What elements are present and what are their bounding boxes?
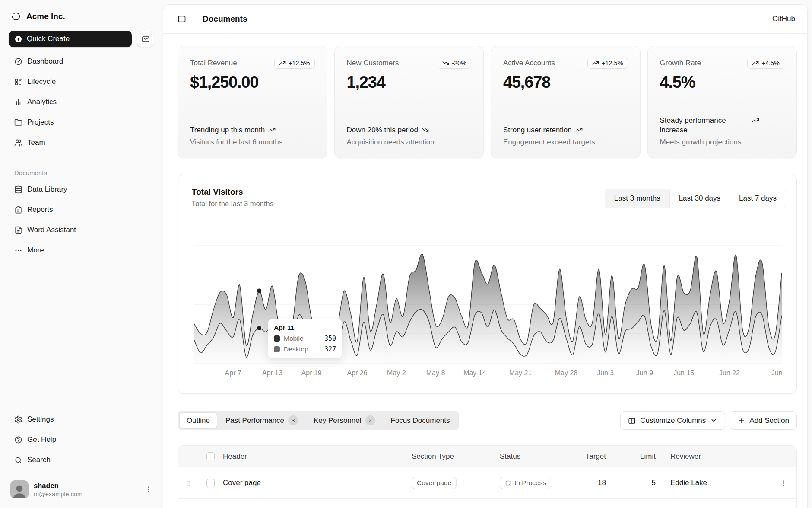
- brand[interactable]: Acme Inc.: [0, 8, 163, 25]
- tab-focus-documents[interactable]: Focus Documents: [384, 412, 457, 428]
- trending-up-icon: [268, 126, 276, 134]
- inbox-button[interactable]: [137, 31, 154, 47]
- main-panel: Documents GitHub Total Revenue +12.5% $1…: [163, 4, 808, 508]
- brand-name: Acme Inc.: [26, 12, 65, 21]
- sidebar-item-label: Data Library: [27, 185, 67, 194]
- database-icon: [14, 185, 22, 194]
- sidebar-item-word-assistant[interactable]: Word Assistant: [9, 221, 154, 239]
- sidebar-item-settings[interactable]: Settings: [9, 411, 154, 428]
- stat-footer-desc: Meets growth projections: [660, 138, 785, 147]
- chevron-down-icon: [710, 417, 717, 424]
- cell-reviewer[interactable]: Eddie Lake: [670, 479, 771, 487]
- sections-table: Header Section Type Status Target Limit …: [178, 445, 797, 508]
- sidebar-item-reports[interactable]: Reports: [9, 201, 154, 218]
- sidebar-item-label: Analytics: [27, 98, 57, 106]
- sidebar-item-lifecycle[interactable]: Lifecycle: [9, 73, 154, 90]
- sidebar-item-get-help[interactable]: Get Help: [9, 431, 154, 448]
- user-name: shadcn: [34, 482, 82, 490]
- sidebar-item-label: Search: [27, 456, 51, 464]
- loader-icon: [505, 480, 511, 486]
- row-checkbox[interactable]: [206, 479, 215, 487]
- trend-badge: +12.5%: [587, 58, 628, 69]
- sidebar-item-search[interactable]: Search: [9, 451, 154, 469]
- github-link[interactable]: GitHub: [772, 15, 795, 23]
- sidebar-item-data-library[interactable]: Data Library: [9, 181, 154, 198]
- sidebar-item-label: More: [27, 246, 44, 255]
- columns-icon: [628, 417, 636, 425]
- sidebar-item-label: Settings: [27, 415, 54, 424]
- vertical-dots-icon[interactable]: [145, 486, 152, 493]
- sidebar-item-dashboard[interactable]: Dashboard: [9, 53, 154, 70]
- svg-text:Jun 3: Jun 3: [597, 369, 614, 377]
- stat-value: 45,678: [503, 73, 628, 92]
- svg-text:Apr 7: Apr 7: [225, 369, 241, 377]
- cell-target[interactable]: 18: [580, 479, 621, 487]
- stat-label: New Customers: [347, 58, 399, 67]
- svg-text:Jun 15: Jun 15: [673, 369, 694, 377]
- stat-card-total-revenue: Total Revenue +12.5% $1,250.00 Trending …: [178, 46, 327, 158]
- row-menu-button[interactable]: [771, 479, 796, 487]
- svg-text:Apr 19: Apr 19: [301, 369, 322, 377]
- quick-create-button[interactable]: Quick Create: [9, 31, 132, 47]
- add-section-button[interactable]: Add Section: [730, 411, 797, 430]
- sidebar-toggle-button[interactable]: [174, 12, 189, 26]
- select-all-checkbox[interactable]: [206, 452, 215, 460]
- search-icon: [14, 456, 22, 464]
- tab-last-30-days[interactable]: Last 30 days: [669, 189, 730, 208]
- stat-footer-title: Strong user retention: [503, 125, 628, 135]
- sidebar-item-more[interactable]: More: [9, 242, 154, 259]
- stat-value: 1,234: [347, 73, 472, 92]
- section-type-badge: Cover page: [412, 477, 457, 489]
- svg-text:May 14: May 14: [463, 369, 486, 377]
- avatar: [10, 480, 29, 498]
- table-row: Cover page Cover page In Process 18 5 Ed…: [178, 467, 796, 499]
- trending-up-icon: [752, 60, 759, 67]
- col-section-type: Section Type: [412, 452, 500, 461]
- cell-header: Cover page: [223, 479, 412, 487]
- col-target: Target: [580, 452, 621, 461]
- chart-range-tabs: Last 3 months Last 30 days Last 7 days: [605, 189, 786, 208]
- vertical-dots-icon: [780, 479, 787, 487]
- stat-card-new-customers: New Customers -20% 1,234 Down 20% this p…: [334, 46, 484, 158]
- visitors-chart-card: Total Visitors Total for the last 3 mont…: [178, 174, 797, 394]
- drag-handle[interactable]: [178, 479, 198, 487]
- folder-icon: [14, 118, 22, 127]
- grip-vertical-icon: [184, 479, 192, 487]
- cell-limit[interactable]: 5: [621, 479, 670, 487]
- svg-text:Apr 13: Apr 13: [262, 369, 282, 377]
- trending-down-icon: [422, 126, 429, 134]
- sidebar-item-projects[interactable]: Projects: [9, 114, 154, 131]
- user-email: m@example.com: [34, 491, 82, 498]
- user-menu-trigger[interactable]: shadcn m@example.com: [6, 477, 157, 502]
- sidebar-item-label: Projects: [27, 118, 54, 127]
- stat-footer-title: Steady performance increase: [660, 116, 785, 135]
- svg-text:Jun 9: Jun 9: [636, 369, 653, 377]
- table-row: Table of contents Table of contents Done…: [178, 499, 796, 508]
- count-badge: 3: [288, 415, 298, 425]
- customize-columns-button[interactable]: Customize Columns: [620, 411, 725, 430]
- brand-logo-icon: [11, 12, 21, 21]
- stat-card-growth-rate: Growth Rate +4.5% 4.5% Steady performanc…: [647, 46, 797, 158]
- tab-last-7-days[interactable]: Last 7 days: [730, 189, 786, 208]
- tab-past-performance[interactable]: Past Performance 3: [218, 412, 305, 428]
- svg-text:May 21: May 21: [509, 369, 532, 377]
- trending-up-icon: [575, 126, 583, 134]
- plus-circle-icon: [14, 35, 22, 43]
- mobile-swatch: [274, 335, 280, 342]
- trending-up-icon: [752, 117, 759, 124]
- stat-label: Active Accounts: [503, 58, 555, 67]
- sidebar-item-team[interactable]: Team: [9, 134, 154, 151]
- sidebar-item-label: Get Help: [27, 435, 56, 444]
- stat-footer-desc: Acquisition needs attention: [347, 138, 472, 147]
- tab-last-3-months[interactable]: Last 3 months: [605, 189, 669, 208]
- stat-cards: Total Revenue +12.5% $1,250.00 Trending …: [178, 46, 797, 158]
- tooltip-row-mobile: Mobile 350: [274, 335, 336, 342]
- gauge-icon: [14, 58, 22, 66]
- tab-outline[interactable]: Outline: [179, 412, 217, 428]
- trend-badge: +4.5%: [747, 58, 784, 69]
- sidebar-item-label: Dashboard: [27, 57, 63, 66]
- sidebar-item-analytics[interactable]: Analytics: [9, 93, 154, 111]
- tab-key-personnel[interactable]: Key Personnel 2: [306, 412, 383, 428]
- trending-down-icon: [442, 60, 449, 67]
- svg-text:Jun 22: Jun 22: [719, 369, 740, 377]
